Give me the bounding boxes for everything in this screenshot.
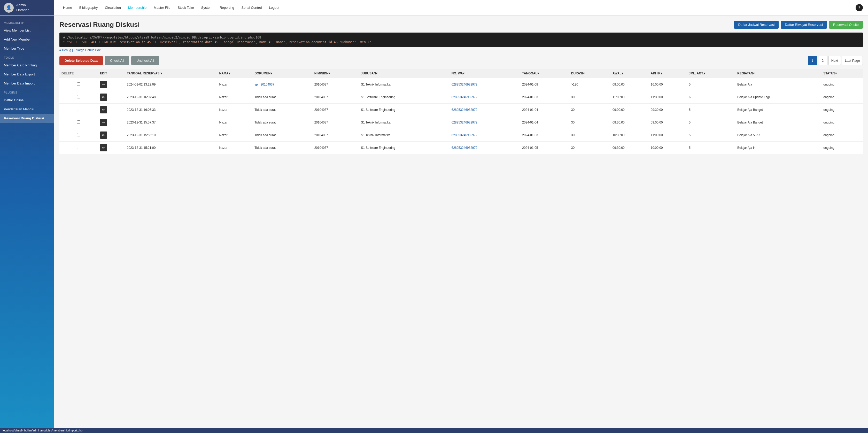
- delete-checkbox[interactable]: [77, 83, 80, 86]
- enlarge-debug-link[interactable]: Enlarge Debug Box: [74, 48, 100, 52]
- table-row: ✏2023-12-31 15:21:00NazarTidak ada surat…: [59, 142, 863, 154]
- delete-cell: [59, 91, 98, 103]
- page-btn-1[interactable]: 1: [808, 56, 817, 65]
- nav-link-stock-take[interactable]: Stock Take: [174, 0, 197, 16]
- edit-button[interactable]: ✏: [100, 144, 107, 151]
- brand-text: Admin Librarian: [16, 3, 29, 12]
- col-edit[interactable]: EDIT: [98, 69, 125, 78]
- check-all-button[interactable]: Check All: [105, 56, 129, 65]
- edit-button[interactable]: ✏: [100, 94, 107, 101]
- page-btn-2[interactable]: 2: [818, 56, 828, 65]
- nav-link-reporting[interactable]: Reporting: [216, 0, 238, 16]
- status-cell: ongoing: [821, 78, 863, 91]
- delete-cell: [59, 103, 98, 116]
- durasi-cell: 30: [569, 116, 611, 129]
- col-delete[interactable]: DELETE: [59, 69, 98, 78]
- col-durasi-[interactable]: DURASI▾: [569, 69, 611, 78]
- awal-cell: 11:00:00: [611, 91, 649, 103]
- jurusan-cell: S1 Teknik Informatika: [359, 129, 449, 142]
- delete-checkbox[interactable]: [77, 108, 80, 111]
- nama-cell: Nazar: [217, 116, 253, 129]
- col-jurusan-[interactable]: JURUSAN▾: [359, 69, 449, 78]
- col-nim-nidn-[interactable]: NIM/NIDN▾: [312, 69, 359, 78]
- nav-link-logout[interactable]: Logout: [265, 0, 283, 16]
- col-awal-[interactable]: AWAL▾: [611, 69, 649, 78]
- col-akhir-[interactable]: AKHIR▾: [649, 69, 687, 78]
- nav-link-circulation[interactable]: Circulation: [101, 0, 124, 16]
- dokumen-cell: Tidak ada surat: [252, 129, 312, 142]
- col-jml-agt-[interactable]: JML. AGT.▾: [687, 69, 735, 78]
- reservasi-onsite-button[interactable]: Reservasi Onsite: [829, 21, 863, 29]
- edit-button[interactable]: ✏: [100, 131, 107, 139]
- sidebar-item-daftar-online[interactable]: Daftar Online: [0, 96, 54, 105]
- no-wa-cell: 628953246982972: [450, 142, 520, 154]
- no-wa-cell-link[interactable]: 628953246982972: [452, 133, 477, 137]
- tanggal-cell: 2024-01-04: [520, 116, 569, 129]
- uncheck-all-button[interactable]: Uncheck All: [131, 56, 159, 65]
- page-btn-last-page[interactable]: Last Page: [842, 56, 863, 65]
- nama-cell: Nazar: [217, 103, 253, 116]
- awal-cell: 09:30:00: [611, 142, 649, 154]
- table-header: DELETEEDITTANGGAL RESERVASI▾NAMA▾DOKUMEN…: [59, 69, 863, 78]
- no-wa-cell-link[interactable]: 628953246982972: [452, 146, 477, 150]
- jml-agt-cell: 5: [687, 142, 735, 154]
- page-title: Reservasi Ruang Diskusi: [59, 21, 734, 29]
- nim-cell: 20104037: [312, 142, 359, 154]
- no-wa-cell-link[interactable]: 628953246982972: [452, 95, 477, 99]
- top-navbar: 👤 Admin Librarian HomeBibliographyCircul…: [0, 0, 868, 16]
- akhir-cell: 09:30:00: [649, 103, 687, 116]
- no-wa-cell: 628953246982972: [450, 129, 520, 142]
- sidebar-item-member-type[interactable]: Member Type: [0, 44, 54, 53]
- col-status-[interactable]: STATUS▾: [821, 69, 863, 78]
- delete-selected-button[interactable]: Delete Selected Data: [59, 56, 103, 65]
- no-wa-cell-link[interactable]: 628953246982972: [452, 83, 477, 86]
- edit-button[interactable]: ✏: [100, 81, 107, 88]
- delete-checkbox[interactable]: [77, 120, 80, 124]
- help-button[interactable]: ?: [856, 4, 863, 11]
- page-header-buttons: Daftar Jadwal Reservasi Daftar Riwayat R…: [734, 21, 863, 29]
- table-row: ✏2023-12-31 16:05:33NazarTidak ada surat…: [59, 103, 863, 116]
- col-kegiatan-[interactable]: KEGIATAN▾: [735, 69, 821, 78]
- nav-link-serial-control[interactable]: Serial Control: [238, 0, 266, 16]
- no-wa-cell-link[interactable]: 628953246982972: [452, 108, 477, 112]
- no-wa-cell: 628953246982972: [450, 78, 520, 91]
- col-dokumen-[interactable]: DOKUMEN▾: [252, 69, 312, 78]
- tanggal-cell: 2024-01-04: [520, 103, 569, 116]
- sidebar-item-member-data-export[interactable]: Member Data Export: [0, 70, 54, 79]
- jml-agt-cell: 5: [687, 78, 735, 91]
- daftar-riwayat-button[interactable]: Daftar Riwayat Reservasi: [781, 21, 827, 29]
- no-wa-cell-link[interactable]: 628953246982972: [452, 121, 477, 124]
- nav-link-home[interactable]: Home: [59, 0, 76, 16]
- delete-checkbox[interactable]: [77, 133, 80, 136]
- dokumen-cell-link[interactable]: spr_20104037: [254, 83, 274, 86]
- jurusan-cell: S1 Software Engineering: [359, 103, 449, 116]
- col-nama-[interactable]: NAMA▾: [217, 69, 253, 78]
- nim-cell: 20104037: [312, 116, 359, 129]
- col-no-wa-[interactable]: NO. WA▾: [450, 69, 520, 78]
- nav-link-membership[interactable]: Membership: [125, 0, 150, 16]
- status-cell: ongoing: [821, 103, 863, 116]
- main-layout: MEMBERSHIP View Member List Add New Memb…: [0, 16, 868, 428]
- delete-checkbox[interactable]: [77, 95, 80, 98]
- jml-agt-cell: 5: [687, 116, 735, 129]
- col-tanggal-[interactable]: TANGGAL▾: [520, 69, 569, 78]
- nav-link-bibliography[interactable]: Bibliography: [76, 0, 101, 16]
- debug-link-area: # Debug | Enlarge Debug Box: [59, 48, 863, 52]
- edit-button[interactable]: ✏: [100, 119, 107, 126]
- sidebar-item-reservasi-ruang-diskusi[interactable]: Reservasi Ruang Diskusi: [0, 114, 54, 123]
- sidebar-item-member-card-printing[interactable]: Member Card Printing: [0, 61, 54, 70]
- no-wa-cell: 628953246982972: [450, 116, 520, 129]
- delete-checkbox[interactable]: [77, 146, 80, 149]
- daftar-jadwal-button[interactable]: Daftar Jadwal Reservasi: [734, 21, 779, 29]
- nav-link-master-file[interactable]: Master File: [150, 0, 174, 16]
- sidebar-item-pendaftaran-mandiri[interactable]: Pendaftaran Mandiri: [0, 105, 54, 114]
- nav-link-system[interactable]: System: [197, 0, 216, 16]
- sidebar-item-add-new-member[interactable]: Add New Member: [0, 35, 54, 44]
- brand-role: Librarian: [16, 8, 29, 12]
- page-btn-next[interactable]: Next: [829, 56, 841, 65]
- sidebar-item-view-member-list[interactable]: View Member List: [0, 26, 54, 35]
- edit-button[interactable]: ✏: [100, 106, 107, 114]
- col-tanggal-reservasi-[interactable]: TANGGAL RESERVASI▾: [125, 69, 217, 78]
- sidebar-item-member-data-import[interactable]: Member Data Import: [0, 79, 54, 88]
- table-row: ✏2023-12-31 15:55:10NazarTidak ada surat…: [59, 129, 863, 142]
